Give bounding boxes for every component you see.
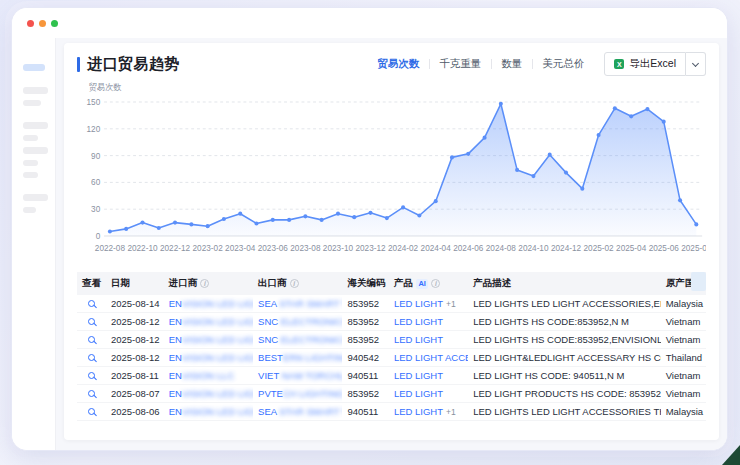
hs-code-cell: 853952 (342, 331, 389, 349)
minimize-window-icon[interactable] (39, 20, 46, 27)
info-icon[interactable] (290, 279, 299, 288)
table-row: 2025-08-12ENVISION LED LIGHTING L...SNC … (77, 331, 706, 349)
hs-code-cell: 940511 (342, 403, 389, 421)
info-icon[interactable] (431, 279, 440, 288)
tab-kg-weight[interactable]: 千克重量 (429, 57, 491, 71)
svg-text:2023-08: 2023-08 (290, 243, 321, 253)
sidebar-item[interactable] (23, 87, 48, 94)
table-row: 2025-08-12ENVISION LED LIGHTING L...BEST… (77, 349, 706, 367)
export-excel-label: 导出Excel (629, 57, 676, 71)
svg-text:2022-12: 2022-12 (160, 243, 191, 253)
export-excel-button[interactable]: 导出Excel (604, 52, 686, 76)
sidebar-item[interactable] (23, 122, 48, 129)
date-cell: 2025-08-12 (106, 313, 164, 331)
table-scrollbar-thumb[interactable] (691, 272, 706, 291)
exporter-link[interactable]: SEA STAR SMART TECH ... (253, 295, 342, 313)
exporter-link[interactable]: PVTECH LIGHTING NEW VI... (253, 385, 342, 403)
magnifier-icon[interactable] (88, 354, 95, 361)
svg-text:2022-08: 2022-08 (95, 243, 126, 253)
product-link[interactable]: LED LIGHT (394, 298, 443, 309)
tab-trade-count[interactable]: 贸易次数 (367, 57, 429, 71)
svg-text:2022-10: 2022-10 (127, 243, 158, 253)
product-link[interactable]: LED LIGHT (394, 334, 443, 345)
magnifier-icon[interactable] (88, 318, 95, 325)
exporter-link[interactable]: VIET NAM TORCHLIGE (253, 367, 342, 385)
sidebar-item[interactable] (23, 135, 38, 141)
view-cell (77, 313, 106, 331)
svg-text:0: 0 (96, 231, 101, 241)
svg-text:2023-12: 2023-12 (355, 243, 386, 253)
magnifier-icon[interactable] (88, 372, 95, 379)
table-body: 2025-08-14ENVISION LED LIGHTING L...SEA … (77, 295, 706, 421)
sidebar-item[interactable] (23, 172, 38, 178)
sidebar-item[interactable] (23, 194, 48, 201)
description-cell: LED LIGHT HS CODE: 940511,N M (468, 367, 660, 385)
magnifier-icon[interactable] (88, 408, 95, 415)
svg-text:2023-02: 2023-02 (193, 243, 224, 253)
sidebar-item-active[interactable] (23, 64, 45, 71)
svg-text:2024-12: 2024-12 (551, 243, 582, 253)
tab-quantity[interactable]: 数量 (491, 57, 532, 71)
svg-text:2024-02: 2024-02 (388, 243, 419, 253)
product-link[interactable]: LED LIGHT ACCESSORY (394, 352, 468, 363)
chevron-down-icon (692, 59, 699, 66)
exporter-link[interactable]: BESTERN LIGHTING THA... (253, 349, 342, 367)
maximize-window-icon[interactable] (51, 20, 58, 27)
magnifier-icon[interactable] (88, 390, 95, 397)
date-cell: 2025-08-11 (106, 367, 164, 385)
importer-link[interactable]: ENVISION LED LIGHTING L... (164, 295, 253, 313)
hs-code-cell: 853952 (342, 385, 389, 403)
product-link[interactable]: LED LIGHT (394, 406, 443, 417)
importer-link[interactable]: ENVISION LED LIGHTING L... (164, 385, 253, 403)
product-link[interactable]: LED LIGHT (394, 370, 443, 381)
col-view: 查看 (77, 272, 106, 295)
sidebar-item[interactable] (23, 147, 48, 154)
hs-code-cell: 853952 (342, 313, 389, 331)
exporter-link[interactable]: SNC ELECTRONICS VIET... (253, 331, 342, 349)
window-titlebar (12, 8, 727, 38)
origin-cell: Vietnam (661, 313, 706, 331)
svg-text:2024-06: 2024-06 (453, 243, 484, 253)
sidebar-skeleton (12, 38, 56, 450)
importer-link[interactable]: ENVISION LED LIGHTING L... (164, 349, 253, 367)
exporter-link[interactable]: SEA STAR SMART TECH ... (253, 403, 342, 421)
importer-link[interactable]: ENVISION LED LIGHTING L... (164, 403, 253, 421)
description-cell: LED LIGHT PRODUCTS HS CODE: 853952,NUWAT… (468, 385, 660, 403)
date-cell: 2025-08-07 (106, 385, 164, 403)
importer-link[interactable]: ENVISION LED LIGHTING L... (164, 331, 253, 349)
table-row: 2025-08-07ENVISION LED LIGHTING L...PVTE… (77, 385, 706, 403)
view-cell (77, 349, 106, 367)
origin-cell: Vietnam (661, 331, 706, 349)
svg-text:60: 60 (91, 177, 100, 187)
close-window-icon[interactable] (27, 20, 34, 27)
info-icon[interactable] (200, 279, 209, 288)
sidebar-item[interactable] (23, 160, 38, 166)
importer-link[interactable]: ENVISION LLC (164, 367, 253, 385)
magnifier-icon[interactable] (88, 336, 95, 343)
exporter-link[interactable]: SNC ELECTRONICS VIET... (253, 313, 342, 331)
sidebar-item[interactable] (23, 207, 36, 213)
importer-link[interactable]: ENVISION LED LIGHTING L... (164, 313, 253, 331)
date-cell: 2025-08-14 (106, 295, 164, 313)
product-link[interactable]: LED LIGHT (394, 388, 443, 399)
title-accent-bar (77, 57, 80, 72)
col-date: 日期 (106, 272, 164, 295)
hs-code-cell: 940511 (342, 367, 389, 385)
export-dropdown-button[interactable] (686, 52, 706, 76)
svg-text:贸易次数: 贸易次数 (89, 82, 123, 92)
product-extra-count: +1 (446, 299, 456, 309)
description-cell: LED LIGHTS HS CODE:853952,ENVISIONLED (468, 331, 660, 349)
origin-cell: Malaysia (661, 403, 706, 421)
results-table: 查看 日期 进口商 出口商 海关编码 产品AI (77, 272, 706, 421)
trade-trend-chart[interactable]: 03060901201502022-082022-102022-122023-0… (77, 80, 706, 268)
tab-usd-total[interactable]: 美元总价 (532, 57, 594, 71)
product-link[interactable]: LED LIGHT (394, 316, 443, 327)
magnifier-icon[interactable] (88, 300, 95, 307)
col-exporter: 出口商 (253, 272, 342, 295)
col-hs-code: 海关编码 (342, 272, 389, 295)
product-cell: LED LIGHT (389, 331, 468, 349)
app-window: 进口贸易趋势 贸易次数 千克重量 数量 美元总价 导出Excel (11, 7, 728, 451)
origin-cell: Thailand (661, 349, 706, 367)
sidebar-item[interactable] (23, 100, 41, 106)
svg-text:2025-02: 2025-02 (583, 243, 614, 253)
